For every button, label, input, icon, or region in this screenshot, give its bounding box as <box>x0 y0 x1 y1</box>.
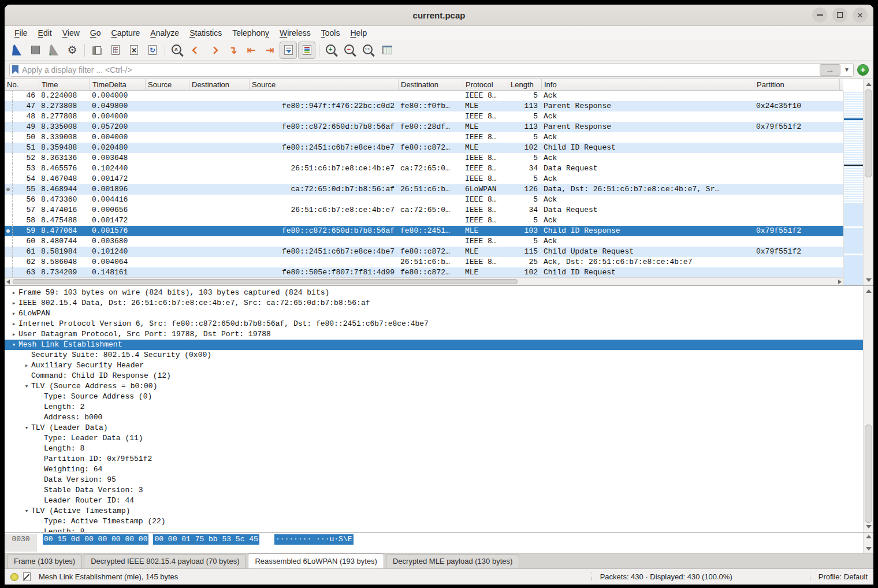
column-header-timedelta-2[interactable]: TimeDelta <box>90 79 146 90</box>
expand-collapsed-icon[interactable]: ▸ <box>22 360 31 371</box>
packet-row-46[interactable]: 468.2240080.004000IEEE 8…5Ack <box>5 91 843 101</box>
expand-collapsed-icon[interactable]: ▸ <box>9 298 18 308</box>
packet-row-63[interactable]: 638.7342090.148161fe80::505e:f807:7f81:4… <box>5 267 843 277</box>
menu-item-telephony[interactable]: Telephony <box>227 27 274 39</box>
minimize-button[interactable] <box>812 8 827 23</box>
packet-row-51[interactable]: 518.3594880.020480fe80::2451:c6b7:e8ce:4… <box>5 143 843 153</box>
menu-item-view[interactable]: View <box>57 27 85 39</box>
column-header-destination-6[interactable]: Destination <box>399 79 463 90</box>
menu-item-go[interactable]: Go <box>85 27 106 39</box>
find-packet-button[interactable] <box>169 42 186 59</box>
expert-info-icon[interactable] <box>10 573 18 581</box>
byte-tab-0[interactable]: Frame (103 bytes) <box>7 554 82 568</box>
packet-list-vscrollbar[interactable] <box>863 79 873 285</box>
hex-bytes-right[interactable]: 00 00 01 75 bb 53 5c 45 <box>153 534 259 545</box>
last-packet-button[interactable]: ⇥ <box>261 42 278 59</box>
detail-line-16[interactable]: Partition ID: 0x79f551f2 <box>5 454 863 464</box>
detail-line-10[interactable]: Type: Source Address (0) <box>5 392 863 402</box>
byte-tab-2[interactable]: Reassembled 6LoWPAN (193 bytes) <box>248 553 384 568</box>
detail-line-14[interactable]: Type: Leader Data (11) <box>5 433 863 444</box>
display-filter-input[interactable] <box>22 65 816 75</box>
hex-ascii[interactable]: ········ ···u·S\E <box>274 534 354 545</box>
close-file-button[interactable] <box>125 42 143 59</box>
menu-item-wireless[interactable]: Wireless <box>274 27 316 39</box>
packet-row-62[interactable]: 628.5860480.00406426:51:c6:b…IEEE 8…25Ac… <box>5 257 843 267</box>
packet-row-57[interactable]: 578.4740160.00065626:51:c6:b7:e8:ce:4b:e… <box>5 205 843 215</box>
packet-row-61[interactable]: 618.5819840.101240fe80::2451:c6b7:e8ce:4… <box>5 247 843 257</box>
menu-item-capture[interactable]: Capture <box>106 27 146 39</box>
filter-dropdown-caret[interactable]: ▼ <box>844 66 851 73</box>
restart-capture-button[interactable] <box>45 42 62 59</box>
expand-expanded-icon[interactable]: ▾ <box>9 340 18 350</box>
hex-bytes-left[interactable]: 00 15 0d 00 00 00 00 00 <box>43 534 148 545</box>
detail-line-8[interactable]: Command: Child ID Response (12) <box>5 371 863 381</box>
packet-list-vscroll-thumb[interactable] <box>865 90 872 177</box>
hscroll-right-arrow-icon[interactable] <box>838 280 842 284</box>
packet-row-50[interactable]: 508.3390080.004000IEEE 8…5Ack <box>5 132 843 143</box>
detail-line-2[interactable]: ▸6LoWPAN <box>5 308 863 319</box>
detail-line-11[interactable]: Length: 2 <box>5 402 863 412</box>
detail-line-4[interactable]: ▸User Datagram Protocol, Src Port: 19788… <box>5 329 863 340</box>
resize-columns-button[interactable] <box>378 42 396 59</box>
go-to-packet-button[interactable]: ↴ <box>224 42 241 59</box>
packet-row-47[interactable]: 478.2738080.049800fe80::947f:f476:22bc:c… <box>5 101 843 111</box>
detail-line-5[interactable]: ▾Mesh Link Establishment <box>5 340 863 350</box>
packet-row-48[interactable]: 488.2778080.004000IEEE 8…5Ack <box>5 111 843 122</box>
detail-line-7[interactable]: ▸Auxiliary Security Header <box>5 360 863 371</box>
detail-line-19[interactable]: Stable Data Version: 3 <box>5 485 863 496</box>
close-button[interactable]: × <box>853 8 868 23</box>
detail-line-15[interactable]: Length: 8 <box>5 444 863 454</box>
packet-row-59[interactable]: 598.4770640.001576fe80::c872:650d:b7b8:5… <box>5 226 843 236</box>
column-header-source-3[interactable]: Source <box>146 79 189 90</box>
packet-row-52[interactable]: 528.3631360.003648IEEE 8…5Ack <box>5 153 843 163</box>
details-vscrollbar[interactable] <box>863 286 873 532</box>
column-header-destination-4[interactable]: Destination <box>189 79 250 90</box>
filter-apply-button[interactable]: → <box>820 64 840 76</box>
packet-row-60[interactable]: 608.4807440.003680IEEE 8…5Ack <box>5 236 843 247</box>
detail-line-22[interactable]: Type: Active Timestamp (22) <box>5 516 863 527</box>
detail-line-13[interactable]: ▾TLV (Leader Data) <box>5 423 863 433</box>
details-vscroll-thumb[interactable] <box>865 425 872 523</box>
hex-offset[interactable]: 0030 <box>5 534 37 552</box>
capture-options-button[interactable]: ⚙ <box>64 42 81 59</box>
hex-vscroll-down-icon[interactable] <box>866 547 872 550</box>
first-packet-button[interactable]: ⇤ <box>243 42 260 59</box>
colorize-button[interactable] <box>298 42 315 59</box>
vscroll-down-arrow-icon[interactable] <box>866 278 872 282</box>
normal-size-button[interactable] <box>360 42 377 59</box>
hscroll-left-arrow-icon[interactable] <box>6 280 10 284</box>
packet-row-58[interactable]: 588.4754880.001472IEEE 8…5Ack <box>5 215 843 226</box>
hex-vscroll-up-icon[interactable] <box>866 535 872 538</box>
packet-list-minimap[interactable] <box>843 91 863 285</box>
hscroll-thumb[interactable] <box>13 279 518 284</box>
display-filter-box[interactable]: → ▼ <box>9 63 854 77</box>
column-header-partition-10[interactable]: Partition <box>754 79 840 90</box>
expand-collapsed-icon[interactable]: ▸ <box>9 288 18 298</box>
column-header-length-8[interactable]: Length <box>508 79 542 90</box>
detail-line-23[interactable]: Length: 8 <box>5 527 863 532</box>
column-header-source-5[interactable]: Source <box>250 79 399 90</box>
packet-row-56[interactable]: 568.4733600.004416IEEE 8…5Ack <box>5 195 843 205</box>
zoom-out-button[interactable] <box>341 42 359 59</box>
start-capture-button[interactable] <box>8 42 25 59</box>
detail-line-17[interactable]: Weighting: 64 <box>5 464 863 475</box>
capture-comment-icon[interactable] <box>23 572 31 581</box>
detail-line-3[interactable]: ▸Internet Protocol Version 6, Src: fe80:… <box>5 319 863 329</box>
stop-capture-button[interactable] <box>27 42 44 59</box>
maximize-button[interactable] <box>832 8 847 23</box>
menu-item-help[interactable]: Help <box>345 27 372 39</box>
detail-line-6[interactable]: Security Suite: 802.15.4 Security (0x00) <box>5 350 863 360</box>
menu-item-edit[interactable]: Edit <box>33 27 57 39</box>
zoom-in-button[interactable] <box>323 42 340 59</box>
expand-expanded-icon[interactable]: ▾ <box>22 423 31 433</box>
packet-row-49[interactable]: 498.3350080.057200fe80::c872:650d:b7b8:5… <box>5 122 843 132</box>
save-file-button[interactable] <box>107 42 124 59</box>
column-header-protocol-7[interactable]: Protocol <box>463 79 508 90</box>
detail-line-1[interactable]: ▸IEEE 802.15.4 Data, Dst: 26:51:c6:b7:e8… <box>5 298 863 308</box>
hex-vscrollbar[interactable] <box>863 533 873 553</box>
details-vscroll-down-icon[interactable] <box>866 525 872 529</box>
column-header-time-1[interactable]: Time <box>39 79 90 90</box>
detail-line-18[interactable]: Data Version: 95 <box>5 475 863 485</box>
expand-collapsed-icon[interactable]: ▸ <box>9 319 18 329</box>
packet-row-53[interactable]: 538.4655760.10244026:51:c6:b7:e8:ce:4b:e… <box>5 163 843 174</box>
